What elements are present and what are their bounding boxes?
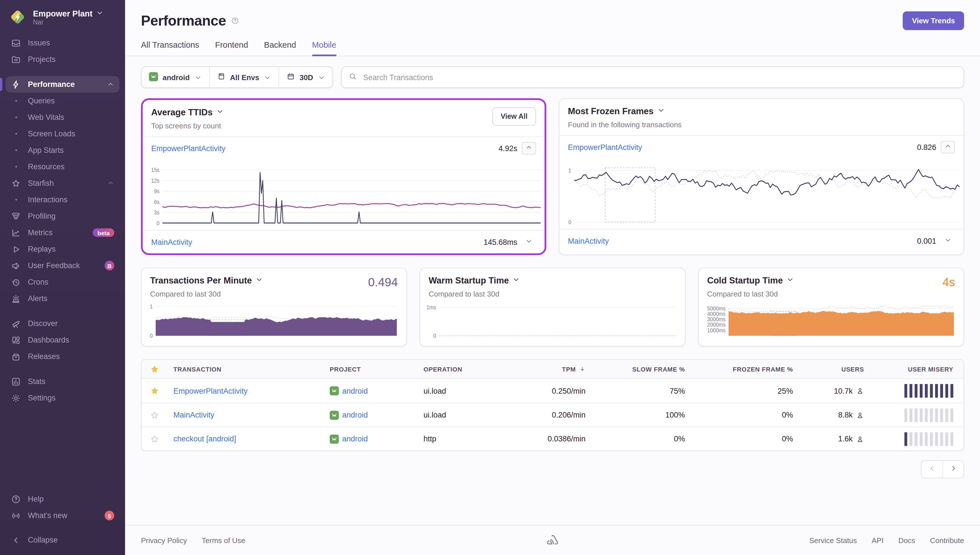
tab-mobile[interactable]: Mobile [312,40,336,56]
project-filter[interactable]: android [141,67,209,88]
sidebar-item-alerts[interactable]: Alerts [6,290,119,307]
view-all-button[interactable]: View All [492,107,536,125]
star-toggle[interactable] [141,411,168,420]
lightning-icon [11,79,21,90]
view-trends-button[interactable]: View Trends [903,11,964,30]
footer-link-service-status[interactable]: Service Status [809,536,857,544]
table-body: EmpowerPlantActivityandroidui.load0.250/… [141,379,964,451]
sidebar-item-profiling[interactable]: Profiling [6,208,119,225]
warm-startup-chart: 1ms0 [423,302,679,340]
search-icon [349,72,357,83]
transaction-link[interactable]: EmpowerPlantActivity [168,387,324,395]
sidebar-item-releases[interactable]: Releases [6,348,119,365]
project-link[interactable]: android [324,386,418,395]
card-title-dropdown[interactable]: Warm Startup Time [429,276,521,286]
star-toggle[interactable] [141,386,168,395]
star-toggle[interactable] [141,434,168,443]
tab-backend[interactable]: Backend [264,40,296,56]
column-header-frozen-frame[interactable]: FROZEN FRAME % [691,366,798,372]
card-title-dropdown[interactable]: Average TTIDs [151,107,224,117]
user-misery-bars [904,408,953,422]
sidebar-item-interactions[interactable]: Interactions [6,191,119,208]
project-link[interactable]: android [324,411,418,420]
footer-link-terms-of-use[interactable]: Terms of Use [202,536,245,544]
org-name: Empower Plant [33,9,103,18]
transaction-row: EmpowerPlantActivity 4.92s [143,136,545,160]
badge-metrics: beta [93,228,114,237]
sidebar-item-queries[interactable]: Queries [6,93,119,109]
transaction-link[interactable]: MainActivity [168,411,324,419]
chevron-down-icon [525,237,533,247]
tab-frontend[interactable]: Frontend [215,40,248,56]
date-range-filter[interactable]: 30D [279,67,333,88]
sidebar-item-screen-loads[interactable]: Screen Loads [6,125,119,142]
previous-page-button[interactable] [921,461,943,478]
column-header-star[interactable] [141,364,168,374]
help-circle-icon[interactable] [230,16,239,25]
sidebar-item-web-vitals[interactable]: Web Vitals [6,109,119,125]
sidebar-item-label: Metrics [28,228,53,237]
footer-link-docs[interactable]: Docs [898,536,915,544]
transaction-link[interactable]: MainActivity [568,237,609,245]
sidebar-item-collapse[interactable]: Collapse [6,532,119,548]
metric-value: 145.68ms [484,238,517,246]
user-misery-bars [904,384,953,398]
footer-link-privacy-policy[interactable]: Privacy Policy [141,536,187,544]
card-title-dropdown[interactable]: Cold Startup Time [707,276,794,286]
sidebar-item-app-starts[interactable]: App Starts [6,142,119,159]
sidebar-item-user-feedback[interactable]: User FeedbackB [6,257,119,274]
project-link[interactable]: android [324,434,418,443]
next-page-button[interactable] [943,461,964,478]
search-input[interactable] [362,72,957,82]
frozen-frame-value: 0% [691,435,798,443]
cold-startup-card: Cold Startup Time Compared to last 30d 4… [698,268,964,346]
footer-link-api[interactable]: API [872,536,884,544]
sidebar-item-resources[interactable]: Resources [6,159,119,175]
sidebar-item-discover[interactable]: Discover [6,315,119,332]
sidebar-item-replays[interactable]: Replays [6,241,119,257]
tab-all-transactions[interactable]: All Transactions [141,40,199,56]
chevron-up-icon [944,143,951,152]
card-title-dropdown[interactable]: Transactions Per Minute [150,276,263,286]
chevron-down-icon [255,276,263,286]
discover-icon [11,318,21,329]
expand-row-button[interactable] [522,236,536,248]
star-icon [150,411,159,420]
sidebar-item-what-s-new[interactable]: What's new5 [6,507,119,524]
sidebar-item-settings[interactable]: Settings [6,390,119,406]
column-header-tpm[interactable]: TPM [506,366,591,372]
transactions-per-minute-card: Transactions Per Minute Compared to last… [141,268,407,346]
column-header-slow-frame[interactable]: SLOW FRAME % [591,366,691,372]
collapse-row-button[interactable] [941,141,955,153]
slow-frame-value: 0% [591,435,691,443]
column-header-user-misery[interactable]: USER MISERY [870,366,964,372]
settings-icon [11,393,21,403]
sidebar-item-metrics[interactable]: Metricsbeta [6,225,119,241]
environment-filter[interactable]: All Envs [209,67,279,88]
column-header-users[interactable]: USERS [798,366,870,372]
sidebar-item-projects[interactable]: Projects [6,51,119,67]
org-switcher[interactable]: Empower Plant Nar [0,0,125,32]
sidebar-item-help[interactable]: Help [6,491,119,507]
transaction-link[interactable]: EmpowerPlantActivity [151,144,225,152]
sidebar-item-starfish[interactable]: Starfish [6,175,119,191]
transaction-link[interactable]: checkout [android] [168,435,324,443]
column-header-operation[interactable]: OPERATION [418,366,506,372]
sidebar-item-performance[interactable]: Performance [6,76,119,93]
transaction-link[interactable]: MainActivity [151,238,192,246]
column-header-transaction[interactable]: TRANSACTION [168,366,324,372]
column-header-project[interactable]: PROJECT [324,366,418,372]
badge-what-s-new: 5 [104,511,114,520]
sidebar-item-crons[interactable]: Crons [6,274,119,290]
chevron-down-icon [786,276,794,286]
collapse-row-button[interactable] [522,142,536,154]
footer-link-contribute[interactable]: Contribute [930,536,964,544]
feedback-icon [11,260,21,271]
transaction-link[interactable]: EmpowerPlantActivity [568,143,642,151]
card-title-dropdown[interactable]: Most Frozen Frames [568,106,681,117]
sidebar-item-issues[interactable]: Issues [6,35,119,51]
warm-startup-card: Warm Startup Time Compared to last 30d 1… [419,268,686,346]
expand-row-button[interactable] [941,234,955,247]
sidebar-item-stats[interactable]: Stats [6,373,119,390]
sidebar-item-dashboards[interactable]: Dashboards [6,332,119,348]
